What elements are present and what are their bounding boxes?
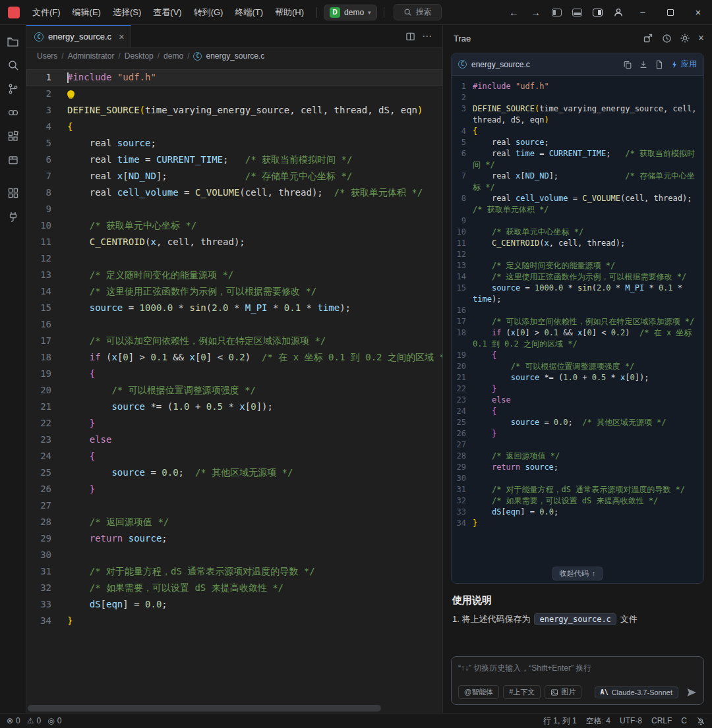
forward-button[interactable]: → bbox=[525, 4, 547, 20]
toggle-right-panel-button[interactable] bbox=[587, 5, 608, 20]
line-number: 13 bbox=[26, 267, 67, 283]
code-line: 29 return source; bbox=[26, 530, 442, 547]
menu-item[interactable]: 文件(F) bbox=[26, 4, 67, 21]
tab-bar: C energy_source.c × ⋯ bbox=[26, 25, 442, 48]
code-editor[interactable]: 1#include "udf.h"23DEFINE_SOURCE(time_va… bbox=[26, 64, 442, 713]
explorer-icon[interactable] bbox=[1, 30, 25, 53]
line-number: 30 bbox=[26, 547, 67, 563]
status-info[interactable]: ◎0 bbox=[47, 716, 61, 725]
status-errors[interactable]: ⊗0 bbox=[7, 716, 20, 725]
project-switcher[interactable]: D demo ▾ bbox=[324, 5, 377, 20]
line-number: 10 bbox=[26, 217, 67, 234]
apps-grid-icon[interactable] bbox=[1, 182, 25, 204]
status-item[interactable]: UTF-8 bbox=[620, 716, 642, 725]
code-preview[interactable]: 1#include "udf.h"23DEFINE_SOURCE(time_va… bbox=[452, 76, 703, 563]
line-content: source = 0.0; /* 其他区域无源项 */ bbox=[473, 417, 703, 428]
line-number: 26 bbox=[452, 428, 473, 439]
divider bbox=[316, 7, 317, 18]
global-search[interactable]: 搜索 bbox=[394, 4, 442, 20]
status-item[interactable]: 空格: 4 bbox=[586, 715, 610, 727]
line-content bbox=[67, 86, 442, 102]
status-item[interactable]: 行 1, 列 1 bbox=[543, 715, 577, 727]
maximize-button[interactable] bbox=[657, 0, 684, 25]
code-line: 31 /* 对于能量方程，dS 通常表示源项对温度的导数 */ bbox=[452, 484, 703, 495]
c-file-icon: C bbox=[458, 60, 467, 69]
code-line: 25 source = 0.0; /* 其他区域无源项 */ bbox=[452, 417, 703, 428]
c-file-icon: C bbox=[193, 52, 202, 61]
menu-item[interactable]: 编辑(E) bbox=[67, 4, 107, 21]
collapse-code-button[interactable]: 收起代码 ↑ bbox=[552, 567, 603, 580]
minimize-button[interactable]: − bbox=[629, 0, 657, 25]
line-number: 32 bbox=[26, 580, 67, 596]
card-footer: 收起代码 ↑ bbox=[452, 563, 703, 583]
line-content bbox=[67, 547, 442, 563]
chip-context[interactable]: #上下文 bbox=[503, 685, 541, 699]
panel-body: C energy_source.c bbox=[443, 51, 712, 650]
tab-close-icon[interactable]: × bbox=[119, 32, 124, 42]
code-line: 4{ bbox=[26, 119, 442, 135]
toggle-left-panel-button[interactable] bbox=[547, 5, 567, 20]
gear-icon[interactable] bbox=[680, 33, 690, 43]
tab-energy-source[interactable]: C energy_source.c × bbox=[26, 25, 131, 47]
extensions-icon[interactable] bbox=[1, 125, 25, 148]
line-content: #include "udf.h" bbox=[473, 81, 703, 92]
scrollbar-thumb[interactable] bbox=[28, 705, 381, 712]
plugin-icon[interactable] bbox=[1, 206, 25, 228]
status-left: ⊗0⚠0◎0 bbox=[7, 716, 61, 725]
code-line: 20 /* 可以根据位置调整源项强度 */ bbox=[452, 361, 703, 372]
status-item[interactable]: C bbox=[681, 716, 687, 725]
line-content: { bbox=[473, 126, 703, 137]
breadcrumb-item[interactable]: demo bbox=[163, 51, 183, 61]
status-warnings[interactable]: ⚠0 bbox=[27, 716, 41, 725]
line-content: { bbox=[473, 350, 703, 361]
horizontal-scrollbar[interactable] bbox=[26, 705, 442, 712]
breadcrumb: Users/Administrator/Desktop/demo/Cenergy… bbox=[26, 48, 442, 64]
model-selector[interactable]: A\ Claude-3.7-Sonnet bbox=[595, 686, 678, 698]
menu-item[interactable]: 终端(T) bbox=[229, 4, 269, 21]
link-icon[interactable] bbox=[1, 101, 25, 124]
menu-item[interactable]: 帮助(H) bbox=[269, 4, 310, 21]
toggle-bottom-panel-button[interactable] bbox=[567, 5, 587, 20]
history-icon[interactable] bbox=[661, 33, 672, 43]
open-in-window-icon[interactable] bbox=[643, 33, 653, 43]
breadcrumb-file[interactable]: energy_source.c bbox=[206, 51, 264, 61]
split-editor-icon[interactable] bbox=[405, 32, 415, 42]
notifications-muted-icon[interactable] bbox=[696, 716, 705, 725]
package-icon[interactable] bbox=[1, 149, 25, 171]
back-button[interactable]: ← bbox=[503, 4, 525, 20]
line-content: } bbox=[67, 481, 442, 497]
search-icon[interactable] bbox=[1, 54, 25, 76]
menu-item[interactable]: 转到(G) bbox=[188, 4, 229, 21]
breadcrumb-item[interactable]: Desktop bbox=[125, 51, 154, 61]
chip-agent[interactable]: @智能体 bbox=[458, 685, 499, 699]
panel-close-icon[interactable]: × bbox=[698, 32, 704, 44]
code-line: 18 if (x[0] > 0.1 && x[0] < 0.2) /* 在 x … bbox=[452, 327, 703, 350]
menu-item[interactable]: 选择(S) bbox=[107, 4, 147, 21]
line-content: /* 这里使用正弦函数作为示例，可以根据需要修改 */ bbox=[473, 271, 703, 283]
more-actions-icon[interactable]: ⋯ bbox=[418, 29, 436, 43]
new-file-icon[interactable] bbox=[655, 60, 664, 69]
breadcrumb-item[interactable]: Administrator bbox=[68, 51, 115, 61]
main-area: C energy_source.c × ⋯ Users/Administrato… bbox=[0, 25, 712, 713]
line-content: #include "udf.h" bbox=[67, 69, 442, 86]
code-line: 9 bbox=[26, 201, 442, 217]
status-item[interactable]: CRLF bbox=[651, 716, 672, 725]
code-card: C energy_source.c bbox=[451, 53, 704, 584]
line-content: real time = CURRENT_TIME; /* 获取当前模拟时间 */ bbox=[473, 148, 703, 171]
copy-icon[interactable] bbox=[623, 60, 632, 69]
insert-code-icon[interactable] bbox=[639, 60, 648, 69]
account-icon[interactable] bbox=[608, 3, 629, 22]
line-number: 7 bbox=[452, 171, 473, 193]
line-content: } bbox=[473, 428, 703, 439]
source-control-icon[interactable] bbox=[1, 78, 25, 100]
send-button[interactable] bbox=[686, 687, 697, 698]
apply-button[interactable]: 应用 bbox=[670, 59, 697, 70]
chat-input[interactable] bbox=[458, 663, 697, 680]
menu-item[interactable]: 查看(V) bbox=[147, 4, 187, 21]
breadcrumb-item[interactable]: Users bbox=[37, 51, 57, 61]
line-content: /* 定义随时间变化的能量源项 */ bbox=[67, 267, 442, 283]
code-line: 11 C_CENTROID(x, cell, thread); bbox=[452, 238, 703, 249]
close-button[interactable]: × bbox=[684, 0, 712, 25]
line-content: real source; bbox=[67, 135, 442, 152]
chip-image[interactable]: 图片 bbox=[545, 685, 581, 699]
